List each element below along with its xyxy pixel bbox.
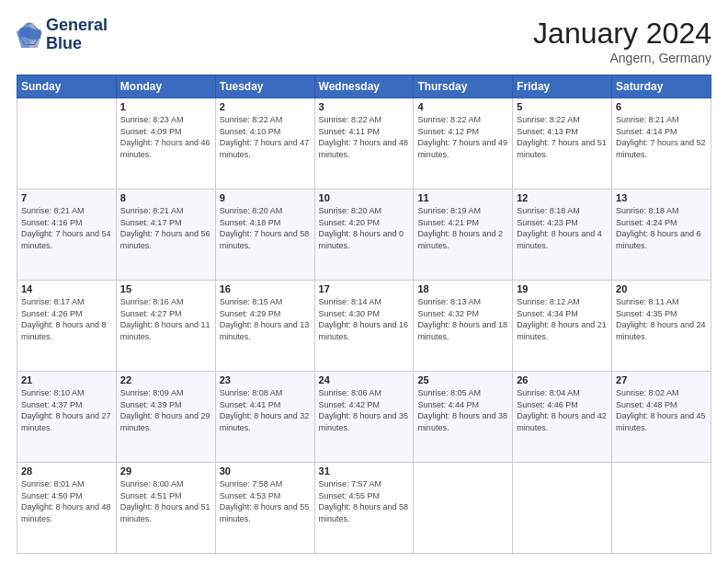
day-number: 21 xyxy=(21,374,112,385)
day-number: 5 xyxy=(517,101,608,112)
day-number: 27 xyxy=(616,374,707,385)
day-number: 8 xyxy=(120,192,211,203)
calendar-cell-w5-d3: 30Sunrise: 7:58 AMSunset: 4:53 PMDayligh… xyxy=(215,463,314,554)
calendar-cell-w4-d7: 27Sunrise: 8:02 AMSunset: 4:48 PMDayligh… xyxy=(612,372,711,463)
day-number: 7 xyxy=(21,192,112,203)
day-info: Sunrise: 8:21 AMSunset: 4:14 PMDaylight:… xyxy=(616,114,707,160)
day-number: 15 xyxy=(120,283,211,294)
calendar-table: Sunday Monday Tuesday Wednesday Thursday… xyxy=(17,75,711,554)
calendar-cell-w2-d3: 9Sunrise: 8:20 AMSunset: 4:18 PMDaylight… xyxy=(215,190,314,281)
calendar-cell-w5-d2: 29Sunrise: 8:00 AMSunset: 4:51 PMDayligh… xyxy=(116,463,215,554)
calendar-cell-w4-d3: 23Sunrise: 8:08 AMSunset: 4:41 PMDayligh… xyxy=(215,372,314,463)
col-wednesday: Wednesday xyxy=(314,75,414,98)
day-info: Sunrise: 8:02 AMSunset: 4:48 PMDaylight:… xyxy=(616,387,707,433)
day-info: Sunrise: 8:22 AMSunset: 4:13 PMDaylight:… xyxy=(517,114,608,160)
day-info: Sunrise: 8:18 AMSunset: 4:24 PMDaylight:… xyxy=(616,205,707,251)
calendar-cell-w3-d4: 17Sunrise: 8:14 AMSunset: 4:30 PMDayligh… xyxy=(314,281,414,372)
day-number: 20 xyxy=(616,283,707,294)
day-number: 31 xyxy=(319,465,410,477)
calendar-week-2: 7Sunrise: 8:21 AMSunset: 4:16 PMDaylight… xyxy=(17,190,711,281)
calendar-cell-w5-d7 xyxy=(612,463,711,554)
col-monday: Monday xyxy=(116,75,215,98)
day-number: 6 xyxy=(616,101,707,112)
day-info: Sunrise: 8:20 AMSunset: 4:18 PMDaylight:… xyxy=(220,205,311,251)
day-info: Sunrise: 8:01 AMSunset: 4:50 PMDaylight:… xyxy=(21,478,112,524)
calendar-cell-w2-d1: 7Sunrise: 8:21 AMSunset: 4:16 PMDaylight… xyxy=(17,190,117,281)
calendar-cell-w1-d4: 3Sunrise: 8:22 AMSunset: 4:11 PMDaylight… xyxy=(314,98,414,190)
day-number: 10 xyxy=(319,192,410,203)
day-number: 4 xyxy=(417,101,508,112)
calendar-cell-w3-d3: 16Sunrise: 8:15 AMSunset: 4:29 PMDayligh… xyxy=(215,281,314,372)
calendar-cell-w3-d6: 19Sunrise: 8:12 AMSunset: 4:34 PMDayligh… xyxy=(513,281,612,372)
col-sunday: Sunday xyxy=(17,75,117,98)
col-saturday: Saturday xyxy=(612,75,711,98)
logo: General Blue xyxy=(17,17,108,53)
calendar-cell-w3-d1: 14Sunrise: 8:17 AMSunset: 4:26 PMDayligh… xyxy=(17,281,117,372)
day-number: 23 xyxy=(220,374,311,385)
day-info: Sunrise: 7:58 AMSunset: 4:53 PMDaylight:… xyxy=(220,478,311,524)
day-number: 9 xyxy=(220,192,311,203)
calendar-cell-w4-d5: 25Sunrise: 8:05 AMSunset: 4:44 PMDayligh… xyxy=(414,372,513,463)
day-number: 28 xyxy=(21,465,112,477)
calendar-week-1: 1Sunrise: 8:23 AMSunset: 4:09 PMDaylight… xyxy=(17,98,711,190)
calendar-cell-w1-d7: 6Sunrise: 8:21 AMSunset: 4:14 PMDaylight… xyxy=(612,98,711,190)
day-info: Sunrise: 8:20 AMSunset: 4:20 PMDaylight:… xyxy=(319,205,410,251)
day-number: 29 xyxy=(120,465,211,477)
calendar-cell-w3-d2: 15Sunrise: 8:16 AMSunset: 4:27 PMDayligh… xyxy=(116,281,215,372)
day-info: Sunrise: 8:06 AMSunset: 4:42 PMDaylight:… xyxy=(319,387,410,433)
day-info: Sunrise: 8:04 AMSunset: 4:46 PMDaylight:… xyxy=(517,387,608,433)
calendar-cell-w5-d6 xyxy=(513,463,612,554)
logo-line2: Blue xyxy=(46,35,108,53)
calendar-cell-w2-d5: 11Sunrise: 8:19 AMSunset: 4:21 PMDayligh… xyxy=(414,190,513,281)
day-number: 14 xyxy=(21,283,112,294)
day-info: Sunrise: 8:10 AMSunset: 4:37 PMDaylight:… xyxy=(21,387,112,433)
day-number: 12 xyxy=(517,192,608,203)
day-info: Sunrise: 7:57 AMSunset: 4:55 PMDaylight:… xyxy=(319,478,410,524)
day-number: 3 xyxy=(319,101,410,112)
day-number: 30 xyxy=(220,465,311,477)
day-number: 26 xyxy=(517,374,608,385)
calendar-cell-w4-d1: 21Sunrise: 8:10 AMSunset: 4:37 PMDayligh… xyxy=(17,372,117,463)
day-info: Sunrise: 8:08 AMSunset: 4:41 PMDaylight:… xyxy=(220,387,311,433)
day-info: Sunrise: 8:16 AMSunset: 4:27 PMDaylight:… xyxy=(120,296,211,342)
day-number: 18 xyxy=(417,283,508,294)
day-number: 24 xyxy=(319,374,410,385)
day-number: 1 xyxy=(120,101,211,112)
day-number: 2 xyxy=(220,101,311,112)
calendar-cell-w1-d5: 4Sunrise: 8:22 AMSunset: 4:12 PMDaylight… xyxy=(414,98,513,190)
calendar-cell-w4-d6: 26Sunrise: 8:04 AMSunset: 4:46 PMDayligh… xyxy=(513,372,612,463)
calendar-cell-w1-d3: 2Sunrise: 8:22 AMSunset: 4:10 PMDaylight… xyxy=(215,98,314,190)
logo-line1: General xyxy=(46,17,108,35)
day-info: Sunrise: 8:11 AMSunset: 4:35 PMDaylight:… xyxy=(616,296,707,342)
day-info: Sunrise: 8:00 AMSunset: 4:51 PMDaylight:… xyxy=(120,478,211,524)
title-location: Angern, Germany xyxy=(533,51,711,65)
day-info: Sunrise: 8:17 AMSunset: 4:26 PMDaylight:… xyxy=(21,296,112,342)
day-number: 25 xyxy=(417,374,508,385)
calendar-cell-w5-d5 xyxy=(414,463,513,554)
day-info: Sunrise: 8:18 AMSunset: 4:23 PMDaylight:… xyxy=(517,205,608,251)
day-number: 17 xyxy=(319,283,410,294)
day-number: 13 xyxy=(616,192,707,203)
generalblue-logo-icon xyxy=(17,22,42,48)
day-number: 19 xyxy=(517,283,608,294)
day-info: Sunrise: 8:23 AMSunset: 4:09 PMDaylight:… xyxy=(120,114,211,160)
calendar-week-3: 14Sunrise: 8:17 AMSunset: 4:26 PMDayligh… xyxy=(17,281,711,372)
calendar-cell-w1-d2: 1Sunrise: 8:23 AMSunset: 4:09 PMDaylight… xyxy=(116,98,215,190)
calendar-header-row: Sunday Monday Tuesday Wednesday Thursday… xyxy=(17,75,711,98)
day-number: 11 xyxy=(417,192,508,203)
day-number: 22 xyxy=(120,374,211,385)
title-month: January 2024 xyxy=(533,17,711,51)
calendar-cell-w2-d2: 8Sunrise: 8:21 AMSunset: 4:17 PMDaylight… xyxy=(116,190,215,281)
calendar-cell-w3-d7: 20Sunrise: 8:11 AMSunset: 4:35 PMDayligh… xyxy=(612,281,711,372)
day-info: Sunrise: 8:05 AMSunset: 4:44 PMDaylight:… xyxy=(417,387,508,433)
day-info: Sunrise: 8:21 AMSunset: 4:17 PMDaylight:… xyxy=(120,205,211,251)
logo-text: General Blue xyxy=(46,17,108,53)
col-tuesday: Tuesday xyxy=(215,75,314,98)
day-number: 16 xyxy=(220,283,311,294)
calendar-week-4: 21Sunrise: 8:10 AMSunset: 4:37 PMDayligh… xyxy=(17,372,711,463)
calendar-cell-w1-d1 xyxy=(17,98,117,190)
calendar-cell-w2-d4: 10Sunrise: 8:20 AMSunset: 4:20 PMDayligh… xyxy=(314,190,414,281)
header: General Blue January 2024 Angern, German… xyxy=(17,17,711,65)
day-info: Sunrise: 8:14 AMSunset: 4:30 PMDaylight:… xyxy=(319,296,410,342)
calendar-cell-w4-d4: 24Sunrise: 8:06 AMSunset: 4:42 PMDayligh… xyxy=(314,372,414,463)
